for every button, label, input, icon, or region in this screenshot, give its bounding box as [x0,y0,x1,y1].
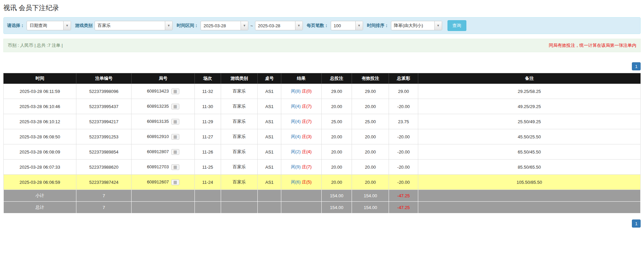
cell-game-type: 百家乐 [221,84,258,99]
cell-round: 608913135▦ [132,114,194,129]
roadmap-icon[interactable]: ▦ [171,134,179,140]
cell-bet-id: 522373989854 [76,144,132,160]
game-type-select[interactable]: 百家乐 ▼ [95,21,173,30]
cell-game-type: 百家乐 [221,129,258,144]
chevron-down-icon[interactable]: ▼ [355,21,363,30]
chevron-down-icon[interactable]: ▼ [434,21,442,30]
page-size-select[interactable]: 100 ▼ [331,21,363,30]
cell-bet-id: 522373998096 [76,84,132,99]
cell-total-bet-link[interactable]: 20.00 [321,99,352,114]
roadmap-icon[interactable]: ▦ [171,89,179,94]
cell-session: 11-29 [194,114,221,129]
cell-remark: 49.25/29.25 [418,99,641,114]
result-banker: 庄(5) [302,179,312,184]
chevron-down-icon[interactable]: ▼ [165,21,172,30]
cell-time: 2025-03-28 06:08:50 [4,129,76,144]
total-empty-cell [281,202,321,213]
cell-table-no: AS1 [258,99,281,114]
cell-remark: 29.25/58.25 [418,84,641,99]
cell-remark: 85.50/65.50 [418,160,641,175]
date-from-select[interactable]: 2025-03-28 ▼ [201,21,248,30]
game-type-group: 游戏类别 百家乐 ▼ [75,21,173,30]
round-number: 608913135 [147,119,169,124]
chevron-down-icon[interactable]: ▼ [63,21,71,30]
cell-total-bet-link[interactable]: 20.00 [321,160,352,175]
total-total-bet: 154.00 [321,202,352,213]
cell-valid-bet: 20.00 [352,160,389,175]
page-size-label: 每页笔数： [307,23,329,29]
cell-session: 11-27 [194,129,221,144]
cell-time: 2025-03-28 06:08:09 [4,144,76,160]
date-to-value: 2025-03-28 [255,21,295,30]
cell-valid-bet: 20.00 [352,129,389,144]
cell-round: 608913423▦ [132,84,194,99]
subtotal-row: 小计7154.00154.00-47.25 [4,190,641,202]
date-from-value: 2025-03-28 [201,21,241,30]
total-empty-cell [258,202,281,213]
column-header: 总投注 [321,73,352,84]
cell-remark: 105.50/85.50 [418,175,641,190]
records-table: 时间注单编号局号场次游戏类别桌号结果总投注有效投注总派彩备注 2025-03-2… [3,73,641,213]
table-row: 2025-03-28 06:07:33522373988620608912703… [4,160,641,175]
roadmap-icon[interactable]: ▦ [171,179,179,185]
cell-table-no: AS1 [258,175,281,190]
cell-result: 闲(4) 庄(7) [281,114,321,129]
game-type-label: 游戏类别 [75,23,93,29]
result-banker: 庄(7) [302,164,312,169]
cell-session: 11-24 [194,175,221,190]
summary-bar: 币别 : 人民币 | 总共 :7 注单 | 同局有效投注，统一计算在该局第一张注… [3,39,641,52]
date-to-select[interactable]: 2025-03-28 ▼ [255,21,303,30]
chevron-down-icon[interactable]: ▼ [295,21,302,30]
cell-result: 闲(4) 庄(7) [281,99,321,114]
range-separator: ~ [250,23,253,28]
cell-total-bet-link[interactable]: 20.00 [321,129,352,144]
query-button[interactable]: 查询 [448,20,466,31]
cell-round: 608912607▦ [132,175,194,190]
subtotal-count: 7 [76,190,132,202]
cell-result: 闲(6) 庄(5) [281,175,321,190]
cell-table-no: AS1 [258,114,281,129]
page-button[interactable]: 1 [632,62,641,70]
roadmap-icon[interactable]: ▦ [171,164,179,170]
result-banker: 庄(7) [302,104,312,109]
page-button[interactable]: 1 [632,219,641,228]
round-number: 608912703 [147,165,169,170]
cell-session: 11-32 [194,84,221,99]
cell-bet-id: 522373995437 [76,99,132,114]
roadmap-icon[interactable]: ▦ [171,119,179,125]
result-player: 闲(2) [291,149,301,154]
time-range-group: 时间区间： 2025-03-28 ▼ ~ 2025-03-28 ▼ [177,21,303,30]
cell-total-bet-link[interactable]: 25.00 [321,114,352,129]
cell-total-bet-link[interactable]: 20.00 [321,175,352,190]
summary-currency-count: 币别 : 人民币 | 总共 :7 注单 | [8,42,63,48]
query-type-select[interactable]: 日期查询 ▼ [27,21,71,30]
result-banker: 庄(0) [302,89,312,94]
cell-time: 2025-03-28 06:06:59 [4,175,76,190]
cell-bet-id: 522373991253 [76,129,132,144]
result-player: 闲(4) [291,104,301,109]
cell-total-bet-link[interactable]: 29.00 [321,84,352,99]
sort-select[interactable]: 降幂(由大到小) ▼ [391,21,442,30]
roadmap-icon[interactable]: ▦ [171,149,179,155]
pagination-bottom: 1 [3,219,641,228]
cell-time: 2025-03-28 06:10:46 [4,99,76,114]
cell-game-type: 百家乐 [221,175,258,190]
chevron-down-icon[interactable]: ▼ [241,21,248,30]
result-player: 闲(8) [291,89,301,94]
roadmap-icon[interactable]: ▦ [171,104,179,109]
subtotal-empty-cell [258,190,281,202]
result-player: 闲(4) [291,119,301,124]
cell-payout: -20.00 [389,175,418,190]
result-player: 闲(9) [291,164,301,169]
total-label: 总计 [4,202,76,213]
cell-game-type: 百家乐 [221,99,258,114]
column-header: 备注 [418,73,641,84]
table-row: 2025-03-28 06:10:46522373995437608913235… [4,99,641,114]
subtotal-valid-bet: 154.00 [352,190,389,202]
cell-table-no: AS1 [258,129,281,144]
cell-payout: -20.00 [389,129,418,144]
result-banker: 庄(3) [302,134,312,139]
cell-game-type: 百家乐 [221,160,258,175]
cell-round: 608912807▦ [132,144,194,160]
cell-total-bet-link[interactable]: 20.00 [321,144,352,160]
